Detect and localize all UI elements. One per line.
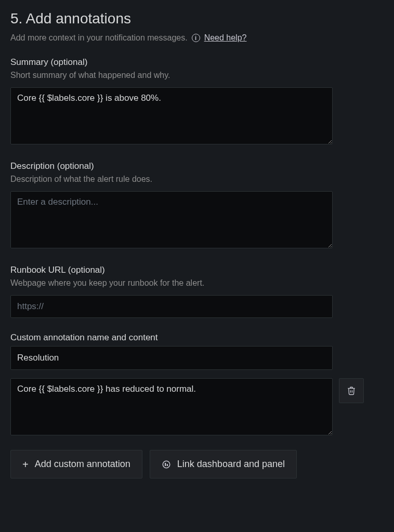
custom-content-row: Core {{ $labels.core }} has reduced to n… bbox=[10, 378, 384, 435]
svg-rect-1 bbox=[165, 463, 166, 466]
runbook-group: Runbook URL (optional) Webpage where you… bbox=[10, 265, 384, 318]
custom-annotation-name-input[interactable] bbox=[10, 346, 333, 370]
summary-group: Summary (optional) Short summary of what… bbox=[10, 57, 384, 147]
summary-textarea[interactable]: Core {{ $labels.core }} is above 80%. bbox=[10, 87, 333, 144]
link-dashboard-label: Link dashboard and panel bbox=[177, 459, 285, 470]
summary-hint: Short summary of what happened and why. bbox=[10, 71, 384, 80]
section-title: 5. Add annotations bbox=[10, 10, 384, 27]
svg-point-0 bbox=[163, 461, 170, 468]
action-button-row: + Add custom annotation Link dashboard a… bbox=[10, 450, 384, 478]
dashboard-icon bbox=[162, 460, 171, 469]
description-group: Description (optional) Description of wh… bbox=[10, 161, 384, 250]
description-hint: Description of what the alert rule does. bbox=[10, 175, 384, 184]
summary-label: Summary (optional) bbox=[10, 57, 384, 68]
add-custom-annotation-button[interactable]: + Add custom annotation bbox=[10, 450, 142, 478]
runbook-url-input[interactable] bbox=[10, 295, 333, 318]
add-custom-label: Add custom annotation bbox=[35, 459, 130, 470]
description-label: Description (optional) bbox=[10, 161, 384, 171]
link-dashboard-button[interactable]: Link dashboard and panel bbox=[150, 450, 297, 478]
delete-annotation-button[interactable] bbox=[339, 378, 364, 403]
description-textarea[interactable] bbox=[10, 191, 333, 248]
info-icon: i bbox=[192, 34, 200, 42]
help-link[interactable]: Need help? bbox=[204, 33, 247, 43]
runbook-hint: Webpage where you keep your runbook for … bbox=[10, 278, 384, 288]
plus-icon: + bbox=[22, 459, 29, 470]
intro-row: Add more context in your notification me… bbox=[10, 33, 384, 43]
runbook-label: Runbook URL (optional) bbox=[10, 265, 384, 275]
custom-section-label: Custom annotation name and content bbox=[10, 332, 384, 343]
custom-annotation-group: Custom annotation name and content Core … bbox=[10, 332, 384, 435]
custom-annotation-content-textarea[interactable]: Core {{ $labels.core }} has reduced to n… bbox=[10, 378, 333, 435]
intro-text: Add more context in your notification me… bbox=[10, 33, 188, 43]
trash-icon bbox=[347, 386, 356, 395]
svg-rect-2 bbox=[167, 464, 168, 466]
